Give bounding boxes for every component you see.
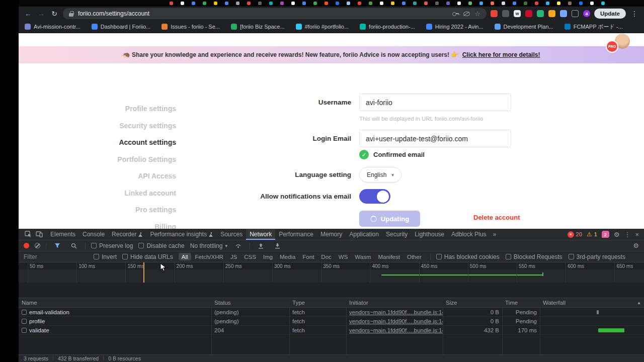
filter-input[interactable]: Filter <box>24 253 88 260</box>
filter-pill-js[interactable]: JS <box>227 253 240 260</box>
sidebar-item-api-access[interactable]: API Access <box>49 168 176 185</box>
filter-pill-font[interactable]: Font <box>299 253 317 260</box>
wayback-machine-icon[interactable]: w <box>514 10 521 17</box>
banner-link[interactable]: Click here for more details! <box>462 51 540 58</box>
browser-tab-favicon[interactable] <box>557 2 560 5</box>
column-header-waterfall[interactable]: Waterfall▲ <box>540 298 644 307</box>
browser-tab-favicon[interactable] <box>513 2 516 5</box>
login-email-input[interactable] <box>359 130 511 147</box>
browser-tab-favicon[interactable] <box>347 2 350 5</box>
adblock-icon[interactable] <box>491 10 498 17</box>
network-request-row[interactable]: email-validation(pending)fetchvendors~ma… <box>19 308 644 317</box>
extensions-puzzle-icon[interactable] <box>572 10 579 17</box>
sidebar-item-billing[interactable]: Billing <box>49 219 176 229</box>
filter-checkbox-3rd-party-requests[interactable]: 3rd-party requests <box>569 253 625 260</box>
network-settings-icon[interactable]: ⚙ <box>633 242 639 249</box>
tab-adblock-plus[interactable]: Adblock Plus <box>448 229 490 240</box>
browser-tab-favicon[interactable] <box>325 2 328 5</box>
browser-tab-favicon[interactable] <box>336 2 339 5</box>
clear-icon[interactable] <box>35 243 40 248</box>
bookmark-item[interactable]: Avi-mission-contr... <box>25 24 80 30</box>
filter-checkbox-blocked-requests[interactable]: Blocked Requests <box>506 253 562 260</box>
filter-pill-all[interactable]: All <box>179 253 191 260</box>
bookmark-item[interactable]: #foriio #portfolio... <box>296 24 349 30</box>
filter-pill-fetch-xhr[interactable]: Fetch/XHR <box>192 253 226 260</box>
browser-tab-favicon[interactable] <box>579 2 583 5</box>
browser-tab-favicon[interactable] <box>446 2 450 5</box>
password-key-icon[interactable] <box>452 12 459 16</box>
filter-pill-wasm[interactable]: Wasm <box>352 253 374 260</box>
network-overview-timeline[interactable]: 50 ms100 ms150 ms200 ms250 ms300 ms350 m… <box>19 262 644 298</box>
updating-button[interactable]: Updating <box>359 211 420 227</box>
filter-pill-doc[interactable]: Doc <box>318 253 334 260</box>
bookmark-item[interactable]: Hiring 2022 - Avin... <box>426 24 484 30</box>
tab-network[interactable]: Network <box>246 229 275 240</box>
tab-security[interactable]: Security <box>382 229 411 240</box>
sidebar-item-account-settings[interactable]: Account settings <box>49 134 176 151</box>
bookmark-item[interactable]: foriio-production-... <box>360 24 415 30</box>
column-header-size[interactable]: Size <box>443 298 502 307</box>
browser-tab-favicon[interactable] <box>491 2 494 5</box>
browser-tab-favicon[interactable] <box>590 2 594 5</box>
refresh-button[interactable]: ↻ <box>50 10 59 17</box>
tab-application[interactable]: Application <box>346 229 382 240</box>
devtools-menu-icon[interactable]: ⋮ <box>624 231 630 238</box>
request-initiator-link[interactable]: vendors~main.1fdd90f….bundle.js:14 <box>346 317 443 325</box>
profile-avatar-icon[interactable]: a <box>583 10 590 17</box>
browser-tab-favicon[interactable] <box>313 2 317 5</box>
language-select[interactable]: English ▾ <box>359 167 401 183</box>
warning-badge[interactable]: ⚠ 1 <box>587 231 597 237</box>
forward-button[interactable]: → <box>37 10 46 17</box>
grammarly-icon[interactable] <box>537 10 544 17</box>
column-header-time[interactable]: Time <box>502 298 540 307</box>
filter-pill-media[interactable]: Media <box>277 253 298 260</box>
inspect-icon[interactable] <box>23 231 34 238</box>
filter-pill-other[interactable]: Other <box>404 253 425 260</box>
network-request-row[interactable]: validate204fetchvendors~main.1fdd90f….bu… <box>19 326 644 335</box>
disable-cache-checkbox[interactable]: Disable cache <box>138 242 184 249</box>
preserve-log-checkbox[interactable]: Preserve log <box>91 242 133 249</box>
browser-tab-favicon[interactable] <box>380 2 383 5</box>
request-initiator-link[interactable]: vendors~main.1fdd90f….bundle.js:14 <box>346 308 443 316</box>
network-request-row[interactable]: profile(pending)fetchvendors~main.1fdd90… <box>19 317 644 326</box>
browser-tab-favicon[interactable] <box>170 2 173 5</box>
error-badge[interactable]: × 20 <box>568 231 582 238</box>
browser-tab-favicon[interactable] <box>435 2 439 5</box>
search-icon[interactable] <box>68 243 79 249</box>
browser-tab-favicon[interactable] <box>546 2 549 5</box>
filter-pill-ws[interactable]: WS <box>336 253 351 260</box>
filter-pill-img[interactable]: Img <box>260 253 276 260</box>
browser-tab-favicon[interactable] <box>502 2 505 5</box>
sidebar-item-linked-account[interactable]: Linked account <box>49 185 176 202</box>
column-header-status[interactable]: Status <box>211 298 289 307</box>
device-toolbar-icon[interactable] <box>34 231 45 237</box>
browser-tab-favicon[interactable] <box>568 2 572 5</box>
sidebar-item-portfolio-settings[interactable]: Portfolio Settings <box>49 151 176 168</box>
browser-tab-favicon[interactable] <box>601 2 605 5</box>
browser-tab-favicon[interactable] <box>236 2 239 5</box>
browser-menu-icon[interactable]: ⋮ <box>630 10 639 17</box>
browser-tab-favicon[interactable] <box>468 2 472 5</box>
browser-tab-favicon[interactable] <box>402 2 406 5</box>
devtools-close-icon[interactable]: × <box>635 231 639 238</box>
filter-pill-css[interactable]: CSS <box>241 253 259 260</box>
browser-tab-favicon[interactable] <box>369 2 372 5</box>
request-initiator-link[interactable]: vendors~main.1fdd90f….bundle.js:14 <box>346 326 443 334</box>
column-header-name[interactable]: Name <box>19 298 211 307</box>
abp-icon[interactable] <box>525 10 532 17</box>
bookmark-item[interactable]: Dashboard | Foriio... <box>92 24 150 30</box>
browser-tab-favicon[interactable] <box>247 2 251 5</box>
update-button[interactable]: Update <box>594 9 626 19</box>
address-bar[interactable]: foriio.com/settings/account ☆ <box>63 8 487 19</box>
browser-tab-favicon[interactable] <box>457 2 461 5</box>
browser-tab-favicon[interactable] <box>391 2 394 5</box>
browser-tab-favicon[interactable] <box>524 2 527 5</box>
column-header-initiator[interactable]: Initiator <box>346 298 443 307</box>
browser-tab-favicon[interactable] <box>424 2 428 5</box>
eye-off-icon[interactable] <box>463 12 470 16</box>
tab-lighthouse[interactable]: Lighthouse <box>411 229 448 240</box>
browser-tab-favicon[interactable] <box>269 2 273 5</box>
more-tabs-icon[interactable]: » <box>490 231 499 238</box>
browser-tab-favicon[interactable] <box>280 2 284 5</box>
bookmark-item[interactable]: Issues - foriio - Se... <box>162 24 220 30</box>
